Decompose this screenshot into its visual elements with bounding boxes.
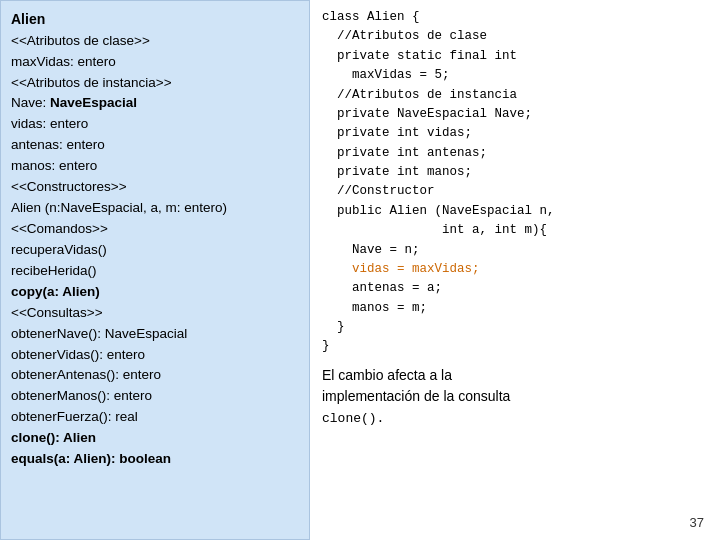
code-line: private int manos; [322, 163, 708, 182]
code-line: manos = m; [322, 299, 708, 318]
left-line: maxVidas: entero [11, 52, 299, 73]
left-line: obtenerAntenas(): entero [11, 365, 299, 386]
bottom-text: implementación de la consulta [322, 388, 510, 404]
code-line: private int antenas; [322, 144, 708, 163]
code-line: //Atributos de instancia [322, 86, 708, 105]
bottom-section: El cambio afecta a laimplementación de l… [322, 365, 708, 429]
left-line: obtenerManos(): entero [11, 386, 299, 407]
code-line: vidas = maxVidas; [322, 260, 708, 279]
code-line: private NaveEspacial Nave; [322, 105, 708, 124]
left-panel: Alien <<Atributos de clase>>maxVidas: en… [0, 0, 310, 540]
left-content: <<Atributos de clase>>maxVidas: entero<<… [11, 31, 299, 470]
bottom-text: El cambio afecta a la [322, 367, 452, 383]
code-line: } [322, 318, 708, 337]
left-line: vidas: entero [11, 114, 299, 135]
code-line: Nave = n; [322, 241, 708, 260]
code-line: antenas = a; [322, 279, 708, 298]
code-line: //Constructor [322, 182, 708, 201]
left-line: recibeHerida() [11, 261, 299, 282]
code-line: public Alien (NaveEspacial n, [322, 202, 708, 221]
code-block: class Alien { //Atributos de clase priva… [322, 8, 708, 357]
left-line: <<Constructores>> [11, 177, 299, 198]
code-line: class Alien { [322, 8, 708, 27]
code-line: private static final int [322, 47, 708, 66]
left-line: obtenerNave(): NaveEspacial [11, 324, 299, 345]
left-line: manos: entero [11, 156, 299, 177]
left-line: recuperaVidas() [11, 240, 299, 261]
left-line: equals(a: Alien): boolean [11, 449, 299, 470]
left-line: <<Atributos de clase>> [11, 31, 299, 52]
left-line: obtenerVidas(): entero [11, 345, 299, 366]
bottom-code: clone(). [322, 411, 384, 426]
left-line: <<Atributos de instancia>> [11, 73, 299, 94]
left-line: antenas: entero [11, 135, 299, 156]
left-line: <<Consultas>> [11, 303, 299, 324]
left-line: clone(): Alien [11, 428, 299, 449]
code-line: int a, int m){ [322, 221, 708, 240]
page-number: 37 [690, 515, 704, 530]
class-title: Alien [11, 9, 299, 31]
main-container: Alien <<Atributos de clase>>maxVidas: en… [0, 0, 720, 540]
left-line: Alien (n:NaveEspacial, a, m: entero) [11, 198, 299, 219]
left-line: obtenerFuerza(): real [11, 407, 299, 428]
right-panel: class Alien { //Atributos de clase priva… [310, 0, 720, 540]
left-line: <<Comandos>> [11, 219, 299, 240]
left-line: copy(a: Alien) [11, 282, 299, 303]
code-line: } [322, 337, 708, 356]
code-line: maxVidas = 5; [322, 66, 708, 85]
code-line: private int vidas; [322, 124, 708, 143]
code-line: //Atributos de clase [322, 27, 708, 46]
left-line: Nave: NaveEspacial [11, 93, 299, 114]
